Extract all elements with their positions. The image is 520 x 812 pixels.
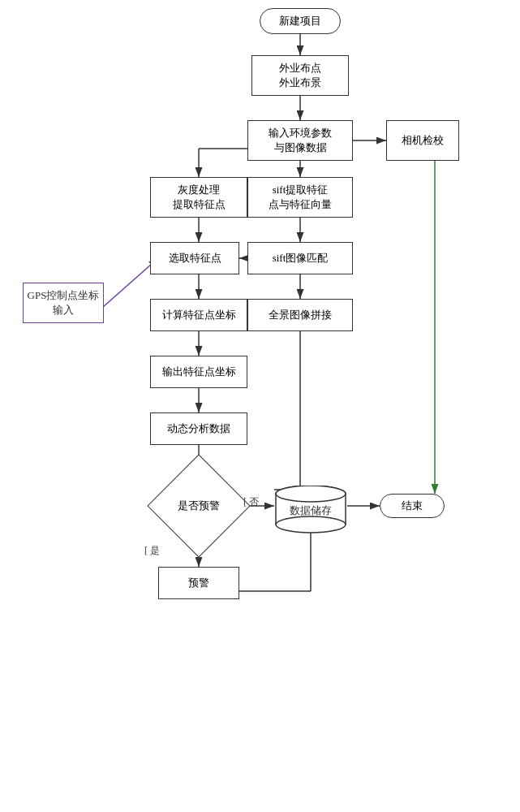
node-warning: 预警 [158, 567, 239, 599]
label-no: [ 否 [243, 495, 259, 509]
node-panorama: 全景图像拼接 [247, 299, 353, 331]
node-sift-match: sift图像匹配 [247, 242, 353, 274]
node-new-project: 新建项目 [260, 8, 341, 34]
node-gps-input: GPS控制点坐标 输入 [23, 283, 104, 323]
node-dynamic-analysis: 动态分析数据 [150, 412, 247, 445]
node-output-coords: 输出特征点坐标 [150, 356, 247, 388]
node-end: 结束 [380, 494, 445, 518]
node-input-env: 输入环境参数 与图像数据 [247, 120, 353, 161]
node-camera-calib: 相机检校 [386, 120, 459, 161]
flowchart: 新建项目 外业布点 外业布景 输入环境参数 与图像数据 相机检校 灰度处理 提取… [0, 0, 520, 812]
node-calc-coords: 计算特征点坐标 [150, 299, 247, 331]
node-is-warning: 是否预警 [158, 469, 239, 542]
node-sift-extract: sift提取特征 点与特征向量 [247, 177, 353, 218]
svg-point-30 [276, 516, 346, 533]
node-gray-process: 灰度处理 提取特征点 [150, 177, 247, 218]
label-yes: [ 是 [144, 544, 160, 558]
node-data-storage: 数据储存 [274, 486, 347, 526]
svg-text:数据储存: 数据储存 [290, 504, 332, 516]
svg-point-31 [276, 486, 346, 502]
node-select-feature: 选取特征点 [150, 242, 239, 274]
node-field-layout: 外业布点 外业布景 [251, 55, 349, 96]
